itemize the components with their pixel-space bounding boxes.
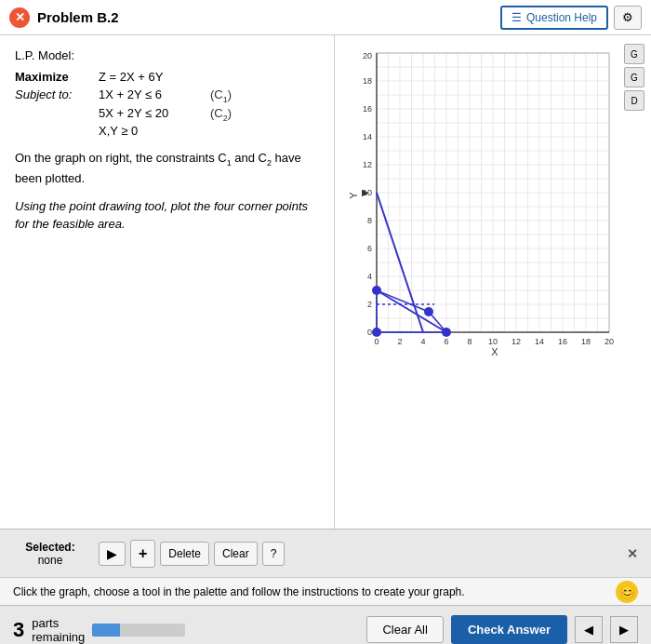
bottom-bar: 3 parts remaining Clear All Check Answer… [0, 605, 651, 644]
lp-model-table: Maximize Z = 2X + 6Y Subject to: 1X + 2Y… [15, 70, 319, 138]
svg-text:0: 0 [374, 337, 379, 346]
svg-text:12: 12 [363, 160, 372, 169]
svg-text:0: 0 [367, 328, 372, 337]
svg-text:6: 6 [444, 337, 448, 346]
parts-number: 3 [13, 618, 24, 642]
gear-button[interactable]: ⚙ [614, 6, 642, 30]
parts-remaining: 3 parts remaining [13, 616, 185, 644]
svg-text:14: 14 [363, 132, 372, 141]
left-panel: L.P. Model: Maximize Z = 2X + 6Y Subject… [0, 35, 335, 529]
top-bar: ✕ Problem B.2 ☰ Question Help ⚙ [0, 0, 651, 35]
tool-buttons: ▶ + Delete Clear ? [99, 540, 285, 568]
description2: Using the point drawing tool, plot the f… [15, 197, 319, 234]
side-button-2[interactable]: G [624, 67, 644, 87]
y-axis-label: Y [348, 192, 359, 199]
lp-model-label: L.P. Model: [15, 48, 319, 62]
x-axis-label: X [491, 346, 498, 357]
graph-svg[interactable]: 0 2 4 6 8 10 12 14 16 18 20 X 0 2 4 6 [344, 48, 618, 383]
delete-button[interactable]: Delete [160, 542, 209, 566]
svg-text:16: 16 [363, 104, 372, 114]
clear-button[interactable]: Clear [214, 542, 258, 566]
svg-text:20: 20 [363, 51, 372, 60]
bottom-right-buttons: Clear All Check Answer ◀ ▶ [366, 615, 638, 644]
svg-text:14: 14 [535, 337, 544, 346]
check-answer-button[interactable]: Check Answer [451, 615, 567, 644]
selected-label: Selected: [13, 541, 87, 554]
right-panel[interactable]: G G D [335, 35, 651, 529]
selected-info: Selected: none [13, 541, 87, 567]
clear-all-button[interactable]: Clear All [366, 616, 443, 643]
main-content: L.P. Model: Maximize Z = 2X + 6Y Subject… [0, 35, 651, 529]
progress-bar-fill [92, 624, 120, 637]
constraint1-num: (C1) [210, 87, 232, 104]
constraint1-eq: 1X + 2Y ≤ 6 [99, 87, 210, 101]
status-bar: Click the graph, choose a tool in the pa… [0, 577, 651, 605]
svg-text:2: 2 [367, 300, 372, 309]
svg-text:10: 10 [488, 337, 498, 346]
svg-text:20: 20 [604, 337, 614, 346]
svg-text:16: 16 [558, 337, 567, 346]
remaining-label: remaining [32, 630, 85, 644]
pointer-tool-button[interactable]: ▶ [99, 542, 126, 566]
smiley-icon: 😊 [616, 581, 638, 603]
svg-text:8: 8 [467, 337, 472, 346]
toolbar-section: Selected: none ▶ + Delete Clear ? ✕ [0, 529, 651, 577]
maximize-eq: Z = 2X + 6Y [99, 70, 163, 84]
side-button-1[interactable]: G [624, 44, 644, 64]
constraint2-eq: 5X + 2Y ≤ 20 [99, 106, 210, 120]
side-button-3[interactable]: D [624, 90, 644, 111]
top-right-buttons: ☰ Question Help ⚙ [500, 6, 642, 30]
parts-labels: parts remaining [32, 616, 85, 644]
question-help-label: Question Help [526, 11, 597, 24]
svg-text:4: 4 [367, 272, 372, 281]
gear-icon: ⚙ [622, 10, 633, 24]
svg-text:2: 2 [397, 337, 402, 346]
svg-text:8: 8 [367, 216, 372, 225]
selected-value: none [13, 554, 87, 567]
description1: On the graph on right, the constraints C… [15, 149, 319, 188]
svg-text:18: 18 [581, 337, 591, 346]
progress-bar [92, 624, 185, 637]
constraint2-num: (C2) [210, 106, 232, 123]
prev-button[interactable]: ◀ [575, 616, 603, 643]
svg-text:18: 18 [363, 76, 372, 86]
problem-title: Problem B.2 [37, 9, 119, 25]
add-tool-button[interactable]: + [130, 540, 155, 568]
side-buttons: G G D [619, 39, 649, 115]
x-icon: ✕ [9, 7, 30, 28]
question-help-button[interactable]: ☰ Question Help [500, 6, 608, 30]
svg-text:4: 4 [420, 337, 425, 346]
parts-label: parts [32, 616, 85, 630]
next-button[interactable]: ▶ [610, 616, 638, 643]
problem-title-area: ✕ Problem B.2 [9, 7, 119, 28]
svg-text:6: 6 [367, 244, 372, 253]
maximize-label: Maximize [15, 70, 99, 84]
svg-text:12: 12 [512, 337, 521, 346]
close-panel-button[interactable]: ✕ [627, 546, 638, 561]
help-button[interactable]: ? [262, 542, 286, 566]
svg-text:▶: ▶ [362, 187, 369, 197]
nonneg: X,Y ≥ 0 [99, 124, 138, 138]
status-text: Click the graph, choose a tool in the pa… [13, 585, 465, 598]
italic-desc: Using the point drawing tool [15, 199, 164, 213]
list-icon: ☰ [512, 11, 522, 24]
subject-label: Subject to: [15, 87, 99, 101]
